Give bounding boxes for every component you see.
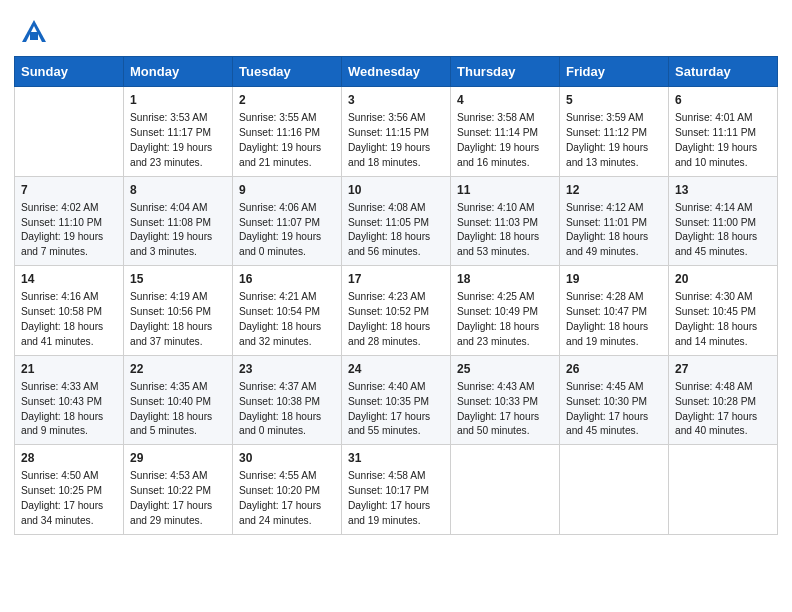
day-info: Sunrise: 4:19 AM Sunset: 10:56 PM Daylig… (130, 290, 226, 349)
day-info: Sunrise: 4:10 AM Sunset: 11:03 PM Daylig… (457, 201, 553, 260)
calendar-cell: 8Sunrise: 4:04 AM Sunset: 11:08 PM Dayli… (124, 176, 233, 266)
day-info: Sunrise: 4:02 AM Sunset: 11:10 PM Daylig… (21, 201, 117, 260)
day-info: Sunrise: 4:06 AM Sunset: 11:07 PM Daylig… (239, 201, 335, 260)
weekday-header-monday: Monday (124, 57, 233, 87)
day-info: Sunrise: 4:35 AM Sunset: 10:40 PM Daylig… (130, 380, 226, 439)
calendar-cell (15, 87, 124, 177)
day-number: 2 (239, 92, 335, 109)
page-header (0, 0, 792, 56)
day-number: 14 (21, 271, 117, 288)
day-info: Sunrise: 4:30 AM Sunset: 10:45 PM Daylig… (675, 290, 771, 349)
calendar-cell: 20Sunrise: 4:30 AM Sunset: 10:45 PM Dayl… (669, 266, 778, 356)
day-number: 1 (130, 92, 226, 109)
day-number: 13 (675, 182, 771, 199)
day-info: Sunrise: 3:55 AM Sunset: 11:16 PM Daylig… (239, 111, 335, 170)
calendar-cell: 24Sunrise: 4:40 AM Sunset: 10:35 PM Dayl… (342, 355, 451, 445)
day-number: 6 (675, 92, 771, 109)
weekday-header-row: SundayMondayTuesdayWednesdayThursdayFrid… (15, 57, 778, 87)
calendar-cell: 29Sunrise: 4:53 AM Sunset: 10:22 PM Dayl… (124, 445, 233, 535)
day-info: Sunrise: 3:56 AM Sunset: 11:15 PM Daylig… (348, 111, 444, 170)
calendar-week-row: 21Sunrise: 4:33 AM Sunset: 10:43 PM Dayl… (15, 355, 778, 445)
day-info: Sunrise: 4:25 AM Sunset: 10:49 PM Daylig… (457, 290, 553, 349)
calendar-cell: 18Sunrise: 4:25 AM Sunset: 10:49 PM Dayl… (451, 266, 560, 356)
weekday-header-wednesday: Wednesday (342, 57, 451, 87)
calendar-cell: 16Sunrise: 4:21 AM Sunset: 10:54 PM Dayl… (233, 266, 342, 356)
calendar-cell: 25Sunrise: 4:43 AM Sunset: 10:33 PM Dayl… (451, 355, 560, 445)
calendar-cell: 3Sunrise: 3:56 AM Sunset: 11:15 PM Dayli… (342, 87, 451, 177)
day-number: 24 (348, 361, 444, 378)
day-info: Sunrise: 4:33 AM Sunset: 10:43 PM Daylig… (21, 380, 117, 439)
day-info: Sunrise: 4:04 AM Sunset: 11:08 PM Daylig… (130, 201, 226, 260)
calendar-cell: 7Sunrise: 4:02 AM Sunset: 11:10 PM Dayli… (15, 176, 124, 266)
day-info: Sunrise: 4:23 AM Sunset: 10:52 PM Daylig… (348, 290, 444, 349)
calendar-cell: 1Sunrise: 3:53 AM Sunset: 11:17 PM Dayli… (124, 87, 233, 177)
weekday-header-thursday: Thursday (451, 57, 560, 87)
day-number: 17 (348, 271, 444, 288)
day-number: 5 (566, 92, 662, 109)
weekday-header-friday: Friday (560, 57, 669, 87)
day-number: 9 (239, 182, 335, 199)
calendar-header: SundayMondayTuesdayWednesdayThursdayFrid… (15, 57, 778, 87)
day-info: Sunrise: 4:37 AM Sunset: 10:38 PM Daylig… (239, 380, 335, 439)
calendar-cell: 26Sunrise: 4:45 AM Sunset: 10:30 PM Dayl… (560, 355, 669, 445)
calendar-cell: 15Sunrise: 4:19 AM Sunset: 10:56 PM Dayl… (124, 266, 233, 356)
day-info: Sunrise: 3:59 AM Sunset: 11:12 PM Daylig… (566, 111, 662, 170)
calendar-cell: 22Sunrise: 4:35 AM Sunset: 10:40 PM Dayl… (124, 355, 233, 445)
day-info: Sunrise: 4:53 AM Sunset: 10:22 PM Daylig… (130, 469, 226, 528)
day-info: Sunrise: 4:43 AM Sunset: 10:33 PM Daylig… (457, 380, 553, 439)
day-number: 20 (675, 271, 771, 288)
calendar-cell: 31Sunrise: 4:58 AM Sunset: 10:17 PM Dayl… (342, 445, 451, 535)
day-number: 26 (566, 361, 662, 378)
calendar-cell (451, 445, 560, 535)
day-info: Sunrise: 3:53 AM Sunset: 11:17 PM Daylig… (130, 111, 226, 170)
calendar-week-row: 7Sunrise: 4:02 AM Sunset: 11:10 PM Dayli… (15, 176, 778, 266)
logo (20, 18, 52, 46)
day-number: 10 (348, 182, 444, 199)
day-info: Sunrise: 4:55 AM Sunset: 10:20 PM Daylig… (239, 469, 335, 528)
day-number: 18 (457, 271, 553, 288)
calendar-wrapper: SundayMondayTuesdayWednesdayThursdayFrid… (0, 56, 792, 549)
day-info: Sunrise: 4:50 AM Sunset: 10:25 PM Daylig… (21, 469, 117, 528)
calendar-week-row: 14Sunrise: 4:16 AM Sunset: 10:58 PM Dayl… (15, 266, 778, 356)
day-number: 29 (130, 450, 226, 467)
day-number: 3 (348, 92, 444, 109)
calendar-cell: 17Sunrise: 4:23 AM Sunset: 10:52 PM Dayl… (342, 266, 451, 356)
day-number: 8 (130, 182, 226, 199)
day-number: 19 (566, 271, 662, 288)
calendar-week-row: 1Sunrise: 3:53 AM Sunset: 11:17 PM Dayli… (15, 87, 778, 177)
day-number: 27 (675, 361, 771, 378)
calendar-table: SundayMondayTuesdayWednesdayThursdayFrid… (14, 56, 778, 535)
day-info: Sunrise: 4:48 AM Sunset: 10:28 PM Daylig… (675, 380, 771, 439)
day-info: Sunrise: 4:40 AM Sunset: 10:35 PM Daylig… (348, 380, 444, 439)
calendar-cell: 21Sunrise: 4:33 AM Sunset: 10:43 PM Dayl… (15, 355, 124, 445)
logo-icon (20, 18, 48, 46)
calendar-cell (560, 445, 669, 535)
day-info: Sunrise: 4:16 AM Sunset: 10:58 PM Daylig… (21, 290, 117, 349)
calendar-cell: 19Sunrise: 4:28 AM Sunset: 10:47 PM Dayl… (560, 266, 669, 356)
calendar-cell (669, 445, 778, 535)
calendar-cell: 4Sunrise: 3:58 AM Sunset: 11:14 PM Dayli… (451, 87, 560, 177)
day-number: 21 (21, 361, 117, 378)
day-number: 22 (130, 361, 226, 378)
calendar-cell: 28Sunrise: 4:50 AM Sunset: 10:25 PM Dayl… (15, 445, 124, 535)
page-container: SundayMondayTuesdayWednesdayThursdayFrid… (0, 0, 792, 549)
day-info: Sunrise: 4:08 AM Sunset: 11:05 PM Daylig… (348, 201, 444, 260)
day-number: 7 (21, 182, 117, 199)
day-info: Sunrise: 4:14 AM Sunset: 11:00 PM Daylig… (675, 201, 771, 260)
day-info: Sunrise: 4:12 AM Sunset: 11:01 PM Daylig… (566, 201, 662, 260)
day-number: 31 (348, 450, 444, 467)
day-info: Sunrise: 4:58 AM Sunset: 10:17 PM Daylig… (348, 469, 444, 528)
calendar-cell: 12Sunrise: 4:12 AM Sunset: 11:01 PM Dayl… (560, 176, 669, 266)
day-info: Sunrise: 4:28 AM Sunset: 10:47 PM Daylig… (566, 290, 662, 349)
day-info: Sunrise: 4:21 AM Sunset: 10:54 PM Daylig… (239, 290, 335, 349)
day-number: 23 (239, 361, 335, 378)
calendar-week-row: 28Sunrise: 4:50 AM Sunset: 10:25 PM Dayl… (15, 445, 778, 535)
calendar-cell: 23Sunrise: 4:37 AM Sunset: 10:38 PM Dayl… (233, 355, 342, 445)
day-number: 30 (239, 450, 335, 467)
day-number: 28 (21, 450, 117, 467)
day-number: 4 (457, 92, 553, 109)
weekday-header-tuesday: Tuesday (233, 57, 342, 87)
calendar-cell: 6Sunrise: 4:01 AM Sunset: 11:11 PM Dayli… (669, 87, 778, 177)
day-info: Sunrise: 3:58 AM Sunset: 11:14 PM Daylig… (457, 111, 553, 170)
calendar-cell: 9Sunrise: 4:06 AM Sunset: 11:07 PM Dayli… (233, 176, 342, 266)
